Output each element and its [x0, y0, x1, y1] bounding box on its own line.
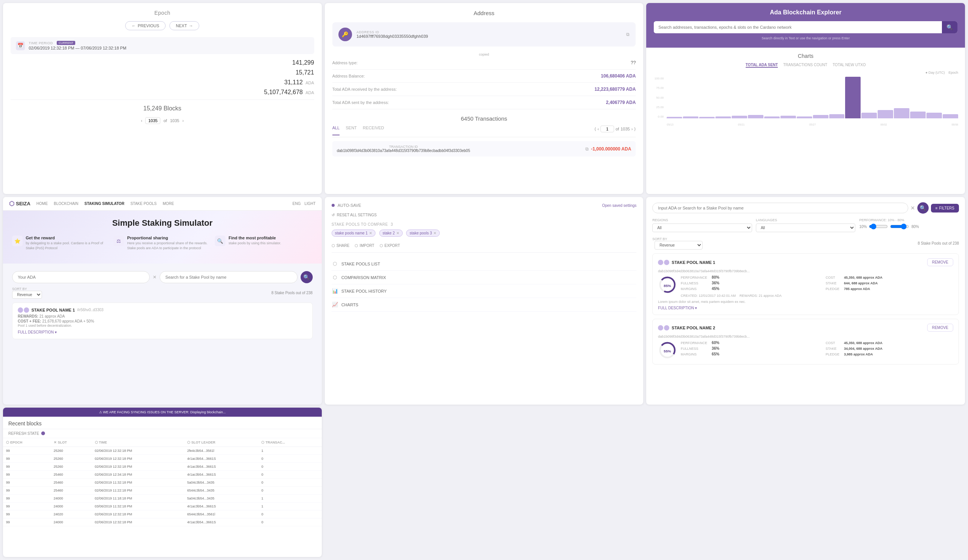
address-type-row: Address type: ?? [332, 56, 636, 70]
next-page-icon[interactable]: › [182, 118, 184, 123]
prev-page-icon[interactable]: ‹ [141, 118, 143, 123]
remove-tag-2[interactable]: ✕ [396, 231, 399, 235]
open-saved-link[interactable]: Open saved settings [602, 204, 636, 207]
search-clear-button[interactable]: ✕ [910, 205, 915, 211]
chart-option-epoch[interactable]: Epoch [948, 71, 958, 75]
cell-slot: 25260 [51, 447, 92, 454]
copy-txn-icon[interactable]: ⧉ [585, 146, 589, 152]
cell-leader[interactable]: 4r1ac3b54...3661S [184, 462, 258, 471]
stake-pool-search-panel: ✕ 🔍 ≡ FILTERS REGIONS All LANGUAGES All [646, 197, 965, 404]
nav-staking[interactable]: STAKING SIMULATOR [85, 202, 124, 206]
menu-charts[interactable]: 📈 CHARTS [332, 298, 637, 311]
cell-time: 02/06/2019 12:32:18 PM [92, 518, 184, 526]
chart-area [666, 77, 958, 118]
remove-tag-3[interactable]: ✕ [433, 231, 436, 235]
prev-button[interactable]: ← PREVIOUS [125, 21, 166, 30]
reset-settings-button[interactable]: ↺ RESET ALL SETTINGS [332, 213, 637, 217]
nav-home[interactable]: HOME [36, 202, 48, 206]
txn-page-input[interactable] [600, 126, 614, 133]
ada-input[interactable] [12, 271, 150, 283]
charts-icon: 📈 [332, 302, 338, 307]
reward-icon: ⭐ [12, 235, 23, 246]
menu-stake-pools-list[interactable]: ⬡ STAKE POOLS LIST [332, 257, 637, 271]
cell-slot: 24000 [51, 518, 92, 526]
col-epoch: ⬡ EPOCH [3, 438, 51, 447]
tab-sent[interactable]: SENT [346, 126, 356, 135]
cell-leader[interactable]: 6544c3b54...3561l [184, 510, 258, 518]
nav-stake-pools[interactable]: STAKE POOLS [131, 202, 157, 206]
remove-pool-2-button[interactable]: REMOVE [927, 324, 953, 331]
regions-filter: REGIONS All [652, 218, 752, 232]
lang-selector[interactable]: ENG [293, 202, 301, 206]
remove-tag-1[interactable]: ✕ [369, 231, 372, 235]
cell-txn: 1 [258, 494, 322, 502]
address-balance-row: Address Balance: 106,680406 ADA [332, 70, 636, 83]
full-desc-1[interactable]: FULL DESCRIPTION ▾ [658, 306, 953, 310]
share-button[interactable]: ⬡ SHARE [332, 244, 350, 248]
table-row: 99 25460 02/06/2019 11:32:18 PM 5a04c3b5… [3, 478, 322, 486]
compare-tag-3: stake pools 3 ✕ [406, 230, 440, 237]
regions-select[interactable]: All [652, 224, 752, 232]
cell-time: 02/06/2019 12:32:18 PM [92, 462, 184, 471]
sort-select-main[interactable]: Revenue [655, 241, 703, 250]
import-button[interactable]: ⬡ IMPORT [355, 244, 375, 248]
chart-bar [813, 115, 829, 118]
nav-blockchain[interactable]: BLOCKCHAIN [54, 202, 78, 206]
filters-toggle-button[interactable]: ≡ FILTERS [931, 204, 959, 212]
pool-search-main-input[interactable] [652, 203, 908, 213]
pool-card-header-2: STAKE POOL NAME 2 REMOVE [658, 324, 953, 331]
pool-donut-2: 55% [658, 341, 677, 360]
pool-search-input[interactable] [159, 271, 297, 283]
menu-pool-history[interactable]: 📊 STAKE POOL HISTORY [332, 284, 637, 298]
menu-comparison-matrix[interactable]: ⬡ COMPARISON MATRIX [332, 271, 637, 284]
seiza-nav-right: ENG LIGHT [293, 202, 316, 206]
last-page-icon[interactable]: ⟩ [634, 127, 636, 132]
cell-txn: 0 [258, 471, 322, 478]
chart-option-day[interactable]: ● Day (UTC) [926, 71, 945, 75]
tab-total-ada-sent[interactable]: TOTAL ADA SENT [746, 63, 778, 68]
page-input[interactable] [145, 117, 160, 124]
theme-selector[interactable]: LIGHT [304, 202, 315, 206]
cell-leader[interactable]: 4r1ac3b54...3661S [184, 518, 258, 526]
transaction-row: TRANSACTION ID dab1b098f3d4d3b063810a73a… [332, 141, 636, 157]
chart-bar [845, 77, 860, 118]
perf-min-slider[interactable] [869, 224, 888, 230]
explorer-search-input[interactable] [654, 22, 942, 33]
search-go-button[interactable]: 🔍 [917, 202, 929, 214]
cell-leader[interactable]: 4r1ac3b54...3661S [184, 454, 258, 462]
sort-select[interactable]: Revenue [12, 291, 42, 299]
cell-leader[interactable]: 2fe4c3b54...3561l [184, 447, 258, 454]
tab-new-utxo[interactable]: TOTAL NEW UTXO [833, 63, 866, 68]
first-page-icon[interactable]: ⟨ [594, 127, 596, 132]
feature-profitable: 🔍 Find the most profitable stake pools b… [215, 235, 312, 250]
explorer-search-button[interactable]: 🔍 [942, 21, 957, 33]
stake-pools-list-icon: ⬡ [332, 261, 338, 267]
pool-icon-sm-1 [658, 260, 663, 265]
cell-leader[interactable]: 4r1ac3b54...3661S [184, 471, 258, 478]
languages-select[interactable]: All [756, 224, 856, 232]
nav-more[interactable]: MORE [162, 202, 174, 206]
cell-leader[interactable]: 5a04c3b54...3435 [184, 494, 258, 502]
perf-max-slider[interactable] [890, 224, 909, 230]
full-desc-link[interactable]: FULL DESCRIPTION ▾ [18, 330, 307, 334]
export-button[interactable]: ⬡ EXPORT [380, 244, 400, 248]
remove-pool-1-button[interactable]: REMOVE [927, 258, 953, 266]
seiza-panel: ⬡ SEIZA HOME BLOCKCHAIN STAKING SIMULATO… [3, 197, 322, 404]
compare-tag-2: stake 2 ✕ [379, 230, 403, 237]
prev-txn-icon[interactable]: ‹ [597, 127, 599, 131]
next-txn-icon[interactable]: › [632, 127, 633, 131]
next-button[interactable]: NEXT → [169, 21, 199, 30]
cell-leader[interactable]: 5a04c3b54...3435 [184, 478, 258, 486]
cell-leader[interactable]: 4r1ac3b54...3661S [184, 502, 258, 510]
address-icon: 🔑 [338, 28, 352, 41]
pool-search-button[interactable]: 🔍 [301, 271, 313, 283]
clear-ada-icon[interactable]: ✕ [153, 275, 157, 280]
cell-leader[interactable]: 6544c3b54...3435 [184, 486, 258, 494]
proportional-icon: ⚖ [113, 235, 124, 246]
copy-icon[interactable]: ⧉ [626, 32, 630, 37]
cell-time: 02/06/2019 11:32:18 PM [92, 478, 184, 486]
tab-all[interactable]: ALL [332, 126, 340, 135]
tab-txn-count[interactable]: TRANSACTIONS COUNT [783, 63, 827, 68]
cell-epoch: 99 [3, 502, 51, 510]
tab-received[interactable]: RECEIVED [363, 126, 384, 135]
